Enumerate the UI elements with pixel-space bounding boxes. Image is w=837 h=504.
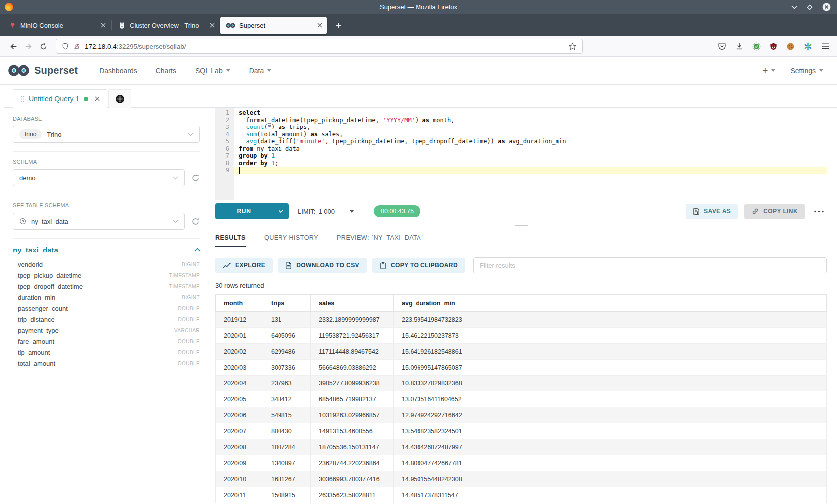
column-row: trip_distanceDOUBLE	[13, 314, 200, 325]
window-title: Superset — Mozilla Firefox	[0, 3, 837, 11]
column-header[interactable]: trips	[263, 295, 311, 312]
copy-link-button[interactable]: COPY LINK	[744, 204, 805, 219]
limit-dropdown[interactable]: LIMIT: 1 000	[298, 208, 354, 215]
pocket-icon[interactable]	[718, 42, 726, 51]
superset-navbar: Superset DashboardsChartsSQL LabData + S…	[0, 57, 837, 85]
table-cell: 117114448.89467542	[311, 344, 394, 360]
settings-label: Settings	[790, 67, 816, 75]
pane-resize-handle[interactable]	[515, 224, 528, 228]
navbar-settings-menu[interactable]: Settings	[790, 67, 823, 75]
collapse-table-icon[interactable]	[194, 248, 201, 254]
back-button[interactable]	[6, 39, 21, 54]
browser-toolbar: 172.18.0.4:32295/superset/sqllab/	[0, 36, 837, 57]
table-cell: 2020/06	[216, 407, 263, 423]
column-name: total_amount	[18, 360, 178, 367]
forward-button[interactable]	[21, 39, 36, 54]
column-name: payment_type	[18, 327, 174, 334]
caret-down-icon	[350, 210, 354, 213]
table-row: 2019/121312332.1899999999987223.59541984…	[216, 312, 827, 328]
column-header[interactable]: month	[216, 295, 263, 312]
column-name: passenger_count	[18, 305, 178, 312]
extension-green-icon[interactable]	[752, 42, 761, 51]
menu-hamburger-icon[interactable]	[821, 43, 829, 50]
filter-results-input[interactable]	[473, 257, 827, 273]
more-options-button[interactable]	[811, 210, 827, 213]
close-query-tab-icon[interactable]	[95, 96, 100, 101]
results-tab-results[interactable]: RESULTS	[215, 229, 246, 247]
table-row: 2020/11150891526335623.5802881114.485173…	[216, 487, 827, 503]
superset-logo[interactable]: Superset	[8, 64, 78, 77]
close-tab-icon[interactable]	[101, 23, 106, 28]
multi-account-icon[interactable]	[804, 42, 812, 51]
table-picker-label: SEE TABLE SCHEMA	[13, 202, 200, 208]
results-tab-preview[interactable]: PREVIEW: `NY_TAXI_DATA`	[337, 229, 423, 247]
table-cell: 15.46122150237873	[394, 328, 827, 344]
query-tab[interactable]: Untitled Query 1	[13, 89, 107, 108]
download-to-csv-button[interactable]: DOWNLOAD TO CSV	[278, 258, 367, 273]
schema-table-name: ny_taxi_data	[13, 246, 195, 254]
column-type: BIGINT	[182, 262, 200, 267]
save-as-button[interactable]: SAVE AS	[686, 204, 738, 219]
close-tab-icon[interactable]	[210, 23, 215, 28]
explore-button[interactable]: EXPLORE	[215, 258, 273, 273]
clipboard-icon	[380, 262, 386, 269]
chevron-down-icon	[819, 69, 823, 72]
nav-item-label: Data	[249, 67, 264, 75]
ublock-shield-icon[interactable]	[770, 42, 777, 51]
maximize-icon[interactable]	[807, 4, 813, 10]
column-header[interactable]: sales	[311, 295, 394, 312]
downloads-icon[interactable]	[735, 42, 743, 50]
table-cell: 2020/04	[216, 376, 263, 391]
add-query-tab-button[interactable]	[108, 89, 131, 108]
table-cell: 2020/11	[216, 487, 263, 503]
navbar-add-button[interactable]: +	[762, 65, 775, 76]
bookmark-star-icon[interactable]	[568, 42, 577, 51]
table-row: 2020/016405096119538721.9245631715.46122…	[216, 328, 827, 344]
minimize-icon[interactable]	[791, 5, 797, 9]
column-name: vendorid	[18, 261, 182, 268]
schema-value: demo	[19, 174, 36, 182]
column-type: DOUBLE	[178, 361, 200, 366]
browser-tab[interactable]: MinIO Console	[3, 17, 110, 34]
tracking-shield-icon[interactable]	[62, 42, 69, 50]
limit-value: 1 000	[318, 208, 335, 215]
sql-code-editor[interactable]: 123456789 select format_datetime(tpep_pi…	[215, 108, 827, 200]
nav-item-charts[interactable]: Charts	[146, 57, 186, 84]
cookie-extension-icon[interactable]	[786, 42, 795, 51]
column-type: BIGINT	[182, 295, 200, 300]
nav-item-dashboards[interactable]: Dashboards	[90, 57, 146, 84]
table-eye-icon	[19, 218, 27, 225]
table-cell: 56664869.03886292	[311, 360, 394, 376]
nav-item-data[interactable]: Data	[240, 57, 281, 84]
schema-select[interactable]: demo	[13, 169, 185, 186]
browser-tab[interactable]: Superset	[220, 17, 327, 34]
link-icon	[751, 207, 759, 215]
run-button[interactable]: RUN	[215, 203, 289, 219]
close-tab-icon[interactable]	[317, 23, 322, 28]
database-select[interactable]: trino Trino	[13, 126, 200, 143]
nav-item-sql-lab[interactable]: SQL Lab	[186, 57, 240, 84]
database-backend-badge: trino	[19, 129, 42, 139]
insecure-lock-icon[interactable]	[73, 43, 80, 50]
query-tab-title: Untitled Query 1	[29, 95, 79, 103]
new-tab-button[interactable]	[330, 17, 346, 33]
results-tab-query-history[interactable]: QUERY HISTORY	[264, 229, 318, 247]
url-bar[interactable]: 172.18.0.4:32295/superset/sqllab/	[56, 39, 583, 54]
browser-tab[interactable]: Cluster Overview - Trino	[113, 17, 219, 34]
file-csv-icon	[285, 262, 292, 269]
copy-to-clipboard-button[interactable]: COPY TO CLIPBOARD	[372, 258, 465, 273]
table-cell: 14.806047742667781	[394, 455, 827, 471]
column-row: total_amountDOUBLE	[13, 358, 200, 369]
table-row: 2020/08100728418705536.15013114714.43642…	[216, 439, 827, 455]
refresh-tables-icon[interactable]	[191, 217, 200, 226]
column-header[interactable]: avg_duration_min	[394, 295, 827, 312]
table-row: 2020/09134089723628744.22023686414.80604…	[216, 455, 827, 471]
sql-editor-pane: 123456789 select format_datetime(tpep_pi…	[213, 108, 837, 504]
refresh-schemas-icon[interactable]	[191, 174, 200, 182]
close-window-icon[interactable]	[822, 3, 831, 11]
browser-tab-title: MinIO Console	[20, 22, 97, 29]
column-name: tpep_dropoff_datetime	[18, 283, 169, 290]
reload-button[interactable]	[36, 39, 51, 54]
run-options-chevron-icon[interactable]	[273, 203, 289, 219]
table-select[interactable]: ny_taxi_data	[13, 213, 185, 230]
